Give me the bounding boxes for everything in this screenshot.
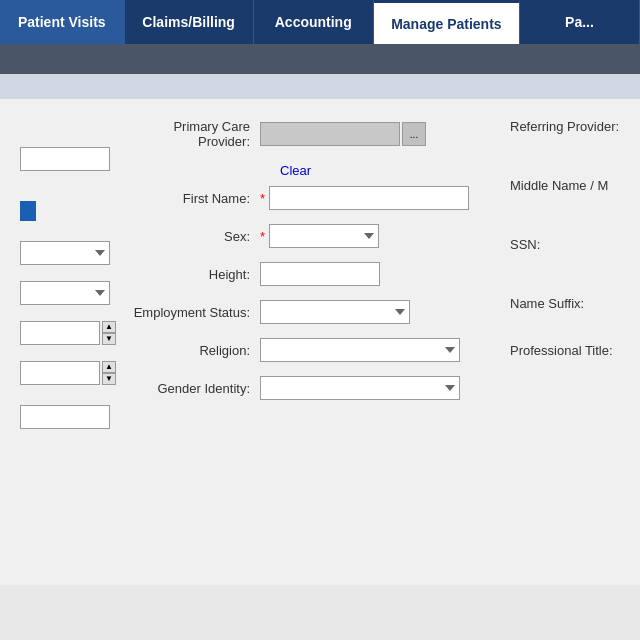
first-name-label: First Name: bbox=[130, 191, 260, 206]
professional-title-row: Professional Title: bbox=[510, 343, 620, 360]
provider-lookup-button[interactable]: ... bbox=[402, 122, 426, 146]
first-name-input[interactable] bbox=[269, 186, 469, 210]
sex-label: Sex: bbox=[130, 229, 260, 244]
light-bar bbox=[0, 74, 640, 99]
height-label: Height: bbox=[130, 267, 260, 282]
employment-status-label: Employment Status: bbox=[130, 305, 260, 320]
referring-provider-row: Referring Provider: bbox=[510, 119, 620, 136]
tab-accounting[interactable]: Accounting bbox=[254, 0, 374, 44]
referring-provider-label: Referring Provider: bbox=[510, 119, 619, 134]
religion-label: Religion: bbox=[130, 343, 260, 358]
right-panel: Referring Provider: Middle Name / M SSN:… bbox=[500, 119, 620, 445]
height-input[interactable] bbox=[260, 262, 380, 286]
left-panel: ▲ ▼ ▲ ▼ bbox=[20, 119, 130, 445]
gender-identity-row: Gender Identity: bbox=[130, 376, 500, 400]
middle-name-row: Middle Name / M bbox=[510, 178, 620, 195]
primary-care-provider-input[interactable] bbox=[260, 122, 400, 146]
blue-icon bbox=[20, 201, 36, 221]
left-text-input-1[interactable] bbox=[20, 147, 110, 171]
gender-identity-label: Gender Identity: bbox=[130, 381, 260, 396]
religion-select[interactable] bbox=[260, 338, 460, 362]
spinner-up-2[interactable]: ▲ bbox=[102, 361, 116, 373]
spinner-controls-2: ▲ ▼ bbox=[102, 361, 116, 385]
clear-link[interactable]: Clear bbox=[280, 163, 500, 178]
sex-row: Sex: * Male Female bbox=[130, 224, 500, 248]
primary-care-provider-row: Primary Care Provider: ... bbox=[130, 119, 500, 149]
middle-panel: Primary Care Provider: ... Clear First N… bbox=[130, 119, 500, 445]
spinner-down-2[interactable]: ▼ bbox=[102, 373, 116, 385]
height-row: Height: bbox=[130, 262, 500, 286]
tab-claims-billing[interactable]: Claims/Billing bbox=[125, 0, 254, 44]
spinner-input-2[interactable] bbox=[20, 361, 100, 385]
employment-status-row: Employment Status: Full Time Part Time U… bbox=[130, 300, 500, 324]
name-suffix-label: Name Suffix: bbox=[510, 296, 584, 311]
left-select-1[interactable] bbox=[20, 241, 110, 265]
tab-manage-patients[interactable]: Manage Patients bbox=[374, 0, 520, 44]
form-container: ▲ ▼ ▲ ▼ Pr bbox=[0, 119, 640, 445]
nav-tabs: Patient Visits Claims/Billing Accounting… bbox=[0, 0, 640, 44]
ssn-row: SSN: bbox=[510, 237, 620, 254]
spinner-controls: ▲ ▼ bbox=[102, 321, 116, 345]
middle-name-label: Middle Name / M bbox=[510, 178, 608, 193]
spinner-down[interactable]: ▼ bbox=[102, 333, 116, 345]
spinner-input[interactable] bbox=[20, 321, 100, 345]
content-area: ▲ ▼ ▲ ▼ Pr bbox=[0, 99, 640, 585]
left-select-2[interactable] bbox=[20, 281, 110, 305]
professional-title-label: Professional Title: bbox=[510, 343, 613, 358]
tab-pa[interactable]: Pa... bbox=[520, 0, 640, 44]
name-suffix-row: Name Suffix: bbox=[510, 296, 620, 313]
sex-select[interactable]: Male Female bbox=[269, 224, 379, 248]
sex-required-star: * bbox=[260, 229, 265, 244]
tab-patient-visits[interactable]: Patient Visits bbox=[0, 0, 125, 44]
first-name-required-star: * bbox=[260, 191, 265, 206]
primary-care-provider-label: Primary Care Provider: bbox=[130, 119, 260, 149]
religion-row: Religion: bbox=[130, 338, 500, 362]
spinner-up[interactable]: ▲ bbox=[102, 321, 116, 333]
employment-status-select[interactable]: Full Time Part Time Unemployed Retired bbox=[260, 300, 410, 324]
first-name-row: First Name: * bbox=[130, 186, 500, 210]
ssn-label: SSN: bbox=[510, 237, 540, 252]
sub-header bbox=[0, 44, 640, 99]
gender-identity-select[interactable] bbox=[260, 376, 460, 400]
bottom-input[interactable] bbox=[20, 405, 110, 429]
dark-bar bbox=[0, 44, 640, 74]
